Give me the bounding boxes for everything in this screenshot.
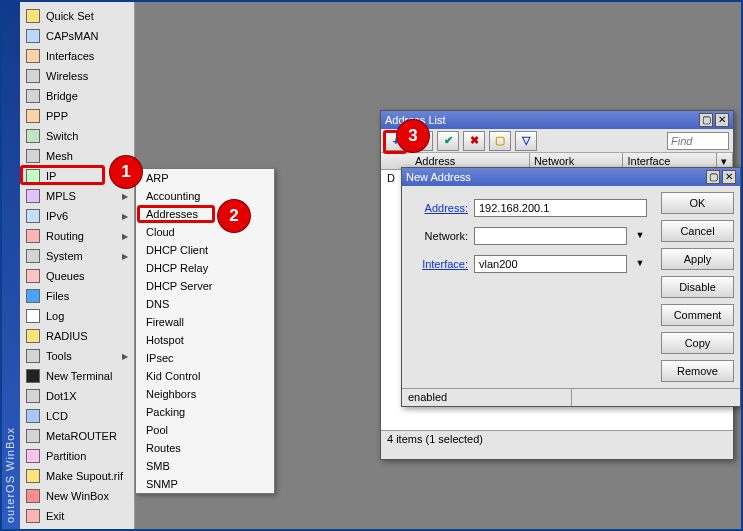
sidebar-item-label: CAPsMAN xyxy=(46,30,99,42)
sidebar-item-label: Make Supout.rif xyxy=(46,470,123,482)
sidebar-item-system[interactable]: System▶ xyxy=(20,246,134,266)
cap-icon xyxy=(26,29,40,43)
apply-button[interactable]: Apply xyxy=(661,248,734,270)
sidebar-item-capsman[interactable]: CAPsMAN xyxy=(20,26,134,46)
sidebar-item-log[interactable]: Log xyxy=(20,306,134,326)
sidebar-item-dot1x[interactable]: Dot1X xyxy=(20,386,134,406)
lcd-icon xyxy=(26,409,40,423)
menu-item-routes[interactable]: Routes xyxy=(136,439,274,457)
menu-item-neighbors[interactable]: Neighbors xyxy=(136,385,274,403)
exit-icon xyxy=(26,509,40,523)
remove-button[interactable]: Remove xyxy=(661,360,734,382)
menu-item-hotspot[interactable]: Hotspot xyxy=(136,331,274,349)
address-label[interactable]: Address: xyxy=(410,202,468,214)
sidebar-item-label: Log xyxy=(46,310,64,322)
new-address-window: New Address ▢ ✕ Address: Network: ▼ Inte… xyxy=(401,167,741,407)
sidebar-item-exit[interactable]: Exit xyxy=(20,506,134,526)
menu-item-accounting[interactable]: Accounting xyxy=(136,187,274,205)
menu-item-ipsec[interactable]: IPsec xyxy=(136,349,274,367)
menu-item-packing[interactable]: Packing xyxy=(136,403,274,421)
menu-item-dhcp-relay[interactable]: DHCP Relay xyxy=(136,259,274,277)
marker-3: 3 xyxy=(397,120,429,152)
sidebar-item-tools[interactable]: Tools▶ xyxy=(20,346,134,366)
address-list-status: 4 items (1 selected) xyxy=(381,430,733,448)
chevron-down-icon[interactable]: ▼ xyxy=(633,257,647,271)
sidebar-item-interfaces[interactable]: Interfaces xyxy=(20,46,134,66)
menu-item-dhcp-server[interactable]: DHCP Server xyxy=(136,277,274,295)
partition-icon xyxy=(26,449,40,463)
ip-submenu: ARP Accounting Addresses Cloud DHCP Clie… xyxy=(135,168,275,494)
sidebar-item-metarouter[interactable]: MetaROUTER xyxy=(20,426,134,446)
disable-button[interactable]: ✖ xyxy=(463,131,485,151)
cancel-button[interactable]: Cancel xyxy=(661,220,734,242)
sidebar-item-label: Queues xyxy=(46,270,85,282)
interface-input[interactable] xyxy=(474,255,627,273)
menu-item-addresses[interactable]: Addresses xyxy=(136,205,274,223)
restore-icon[interactable]: ▢ xyxy=(699,113,713,127)
bridge-icon xyxy=(26,89,40,103)
network-label: Network: xyxy=(410,230,468,242)
sidebar-item-label: Routing xyxy=(46,230,84,242)
sidebar-item-queues[interactable]: Queues xyxy=(20,266,134,286)
supout-icon xyxy=(26,469,40,483)
wireless-icon xyxy=(26,69,40,83)
menu-item-kid-control[interactable]: Kid Control xyxy=(136,367,274,385)
restore-icon[interactable]: ▢ xyxy=(706,170,720,184)
find-input[interactable] xyxy=(667,132,729,150)
comment-button[interactable]: Comment xyxy=(661,304,734,326)
sidebar-item-new-winbox[interactable]: New WinBox xyxy=(20,486,134,506)
sidebar-item-label: Quick Set xyxy=(46,10,94,22)
address-input[interactable] xyxy=(474,199,647,217)
sidebar-item-wireless[interactable]: Wireless xyxy=(20,66,134,86)
interface-label[interactable]: Interface: xyxy=(410,258,468,270)
system-icon xyxy=(26,249,40,263)
sidebar-item-bridge[interactable]: Bridge xyxy=(20,86,134,106)
menu-item-dhcp-client[interactable]: DHCP Client xyxy=(136,241,274,259)
network-input[interactable] xyxy=(474,227,627,245)
disable-button[interactable]: Disable xyxy=(661,276,734,298)
sidebar-item-partition[interactable]: Partition xyxy=(20,446,134,466)
sidebar-item-mpls[interactable]: MPLS▶ xyxy=(20,186,134,206)
sidebar-item-lcd[interactable]: LCD xyxy=(20,406,134,426)
status-blank xyxy=(572,389,741,406)
sidebar-item-quickset[interactable]: Quick Set xyxy=(20,6,134,26)
close-icon[interactable]: ✕ xyxy=(715,113,729,127)
sidebar-item-label: New Terminal xyxy=(46,370,112,382)
sidebar-item-ipv6[interactable]: IPv6▶ xyxy=(20,206,134,226)
menu-item-smb[interactable]: SMB xyxy=(136,457,274,475)
sidebar-item-radius[interactable]: RADIUS xyxy=(20,326,134,346)
chevron-down-icon[interactable]: ▼ xyxy=(633,229,647,243)
sidebar-item-label: Tools xyxy=(46,350,72,362)
new-address-titlebar[interactable]: New Address ▢ ✕ xyxy=(402,168,740,186)
row-flag: D xyxy=(387,172,395,184)
menu-item-firewall[interactable]: Firewall xyxy=(136,313,274,331)
sidebar-item-new-terminal[interactable]: New Terminal xyxy=(20,366,134,386)
menu-item-arp[interactable]: ARP xyxy=(136,169,274,187)
menu-item-snmp[interactable]: SNMP xyxy=(136,475,274,493)
sidebar-item-label: Files xyxy=(46,290,69,302)
menu-item-pool[interactable]: Pool xyxy=(136,421,274,439)
copy-button[interactable]: Copy xyxy=(661,332,734,354)
chevron-right-icon: ▶ xyxy=(122,212,128,221)
new-address-buttons: OK Cancel Apply Disable Comment Copy Rem… xyxy=(655,186,740,388)
terminal-icon xyxy=(26,369,40,383)
sidebar-item-ppp[interactable]: PPP xyxy=(20,106,134,126)
sidebar-item-label: MPLS xyxy=(46,190,76,202)
sidebar-item-switch[interactable]: Switch xyxy=(20,126,134,146)
log-icon xyxy=(26,309,40,323)
close-icon[interactable]: ✕ xyxy=(722,170,736,184)
mesh-icon xyxy=(26,149,40,163)
comment-button[interactable]: ▢ xyxy=(489,131,511,151)
enable-button[interactable]: ✔ xyxy=(437,131,459,151)
address-list-titlebar[interactable]: Address List ▢ ✕ xyxy=(381,111,733,129)
sidebar-item-files[interactable]: Files xyxy=(20,286,134,306)
sidebar-item-routing[interactable]: Routing▶ xyxy=(20,226,134,246)
ok-button[interactable]: OK xyxy=(661,192,734,214)
menu-item-cloud[interactable]: Cloud xyxy=(136,223,274,241)
filter-button[interactable]: ▽ xyxy=(515,131,537,151)
radius-icon xyxy=(26,329,40,343)
sidebar-item-supout[interactable]: Make Supout.rif xyxy=(20,466,134,486)
menu-item-dns[interactable]: DNS xyxy=(136,295,274,313)
new-address-status: enabled xyxy=(402,388,740,406)
chevron-right-icon: ▶ xyxy=(122,232,128,241)
